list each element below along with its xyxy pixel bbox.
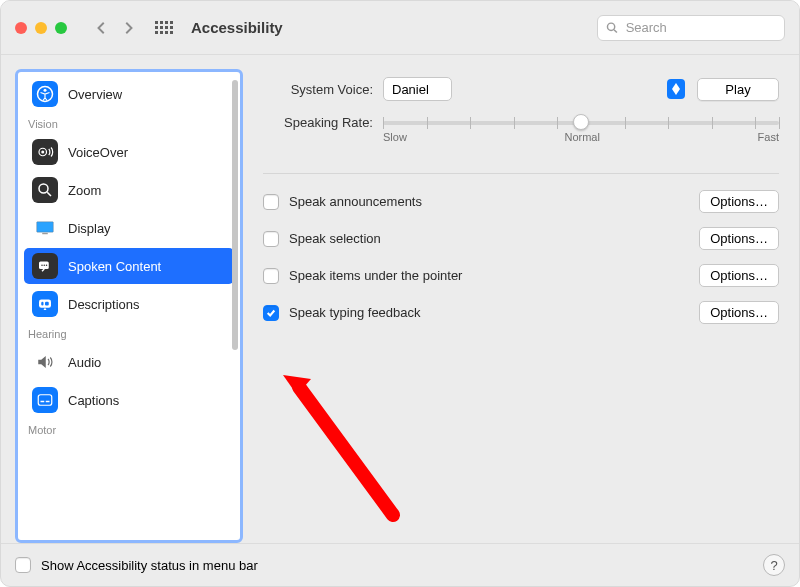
sidebar-section-vision: Vision	[18, 114, 240, 132]
sidebar: Overview Vision VoiceOver Zoom	[18, 74, 240, 538]
window-title: Accessibility	[191, 19, 283, 36]
system-voice-row: System Voice: Daniel Play	[263, 77, 779, 101]
sidebar-section-hearing: Hearing	[18, 324, 240, 342]
display-icon	[32, 215, 58, 241]
svg-marker-22	[283, 375, 311, 395]
speak-pointer-options-button[interactable]: Options…	[699, 264, 779, 287]
sidebar-item-voiceover[interactable]: VoiceOver	[24, 134, 234, 170]
close-window-button[interactable]	[15, 22, 27, 34]
audio-icon	[32, 349, 58, 375]
speak-selection-checkbox[interactable]	[263, 231, 279, 247]
footer: Show Accessibility status in menu bar ?	[1, 543, 799, 586]
descriptions-icon	[32, 291, 58, 317]
system-voice-label: System Voice:	[263, 82, 373, 97]
speaking-rate-label: Speaking Rate:	[263, 115, 373, 130]
zoom-icon	[32, 177, 58, 203]
speak-selection-options-button[interactable]: Options…	[699, 227, 779, 250]
slider-thumb[interactable]	[573, 114, 589, 130]
sidebar-scrollbar[interactable]	[232, 80, 238, 350]
sidebar-item-label: VoiceOver	[68, 145, 128, 160]
play-button[interactable]: Play	[697, 78, 779, 101]
sidebar-item-label: Zoom	[68, 183, 101, 198]
captions-icon	[32, 387, 58, 413]
speak-pointer-label: Speak items under the pointer	[289, 268, 699, 283]
speak-announcements-options-button[interactable]: Options…	[699, 190, 779, 213]
window-body: Overview Vision VoiceOver Zoom	[1, 55, 799, 543]
titlebar: Accessibility	[1, 1, 799, 55]
sidebar-frame: Overview Vision VoiceOver Zoom	[15, 69, 243, 543]
sidebar-item-display[interactable]: Display	[24, 210, 234, 246]
forward-button[interactable]	[115, 15, 141, 41]
svg-point-6	[39, 184, 48, 193]
svg-rect-17	[38, 395, 52, 406]
sidebar-item-label: Captions	[68, 393, 119, 408]
minimize-window-button[interactable]	[35, 22, 47, 34]
svg-rect-16	[45, 302, 49, 306]
accessibility-icon	[32, 81, 58, 107]
system-voice-select[interactable]: Daniel	[383, 77, 452, 101]
svg-marker-21	[672, 89, 680, 95]
speak-selection-row: Speak selection Options…	[263, 227, 779, 250]
back-button[interactable]	[89, 15, 115, 41]
speaking-rate-row: Speaking Rate:	[263, 115, 779, 143]
svg-line-7	[47, 192, 51, 196]
svg-point-12	[44, 265, 46, 267]
show-status-checkbox[interactable]	[15, 557, 31, 573]
speaking-rate-slider[interactable]	[383, 121, 779, 125]
speak-typing-feedback-label: Speak typing feedback	[289, 305, 699, 320]
sidebar-item-label: Display	[68, 221, 111, 236]
svg-rect-15	[41, 302, 43, 306]
checkmark-icon	[266, 308, 276, 318]
svg-line-23	[299, 387, 393, 515]
voiceover-icon	[32, 139, 58, 165]
grid-icon	[155, 21, 173, 34]
sidebar-item-audio[interactable]: Audio	[24, 344, 234, 380]
svg-line-1	[614, 30, 617, 33]
speak-announcements-checkbox[interactable]	[263, 194, 279, 210]
search-icon	[606, 21, 618, 34]
sidebar-item-label: Descriptions	[68, 297, 140, 312]
svg-point-0	[607, 23, 614, 30]
search-input[interactable]	[624, 19, 776, 36]
accessibility-prefpane-window: Accessibility Overview Vision	[0, 0, 800, 587]
content-pane: System Voice: Daniel Play Speaking Rate:	[257, 69, 785, 543]
svg-point-3	[44, 89, 47, 92]
speaking-rate-slider-area: Slow Normal Fast	[383, 115, 779, 143]
spoken-content-icon	[32, 253, 58, 279]
svg-rect-18	[41, 401, 45, 403]
show-all-prefs-button[interactable]	[151, 15, 177, 41]
sidebar-item-label: Overview	[68, 87, 122, 102]
sidebar-item-spoken-content[interactable]: Spoken Content	[24, 248, 234, 284]
annotation-arrow	[273, 365, 403, 525]
search-field[interactable]	[597, 15, 785, 41]
slider-labels: Slow Normal Fast	[383, 131, 779, 143]
sidebar-section-motor: Motor	[18, 420, 240, 438]
speak-pointer-row: Speak items under the pointer Options…	[263, 264, 779, 287]
sidebar-item-descriptions[interactable]: Descriptions	[24, 286, 234, 322]
zoom-window-button[interactable]	[55, 22, 67, 34]
svg-rect-8	[37, 222, 54, 232]
speak-announcements-row: Speak announcements Options…	[263, 190, 779, 213]
help-button[interactable]: ?	[763, 554, 785, 576]
show-status-label: Show Accessibility status in menu bar	[41, 558, 258, 573]
speak-typing-feedback-options-button[interactable]: Options…	[699, 301, 779, 324]
speak-selection-label: Speak selection	[289, 231, 699, 246]
speak-typing-feedback-checkbox[interactable]	[263, 305, 279, 321]
rate-slow-label: Slow	[383, 131, 407, 143]
sidebar-item-captions[interactable]: Captions	[24, 382, 234, 418]
svg-point-5	[41, 151, 44, 154]
system-voice-select-wrap[interactable]: Daniel	[383, 77, 687, 101]
svg-rect-19	[46, 401, 50, 403]
svg-point-13	[46, 265, 48, 267]
svg-point-11	[41, 265, 43, 267]
sidebar-item-label: Spoken Content	[68, 259, 161, 274]
dropdown-stepper-icon	[667, 79, 685, 99]
speak-pointer-checkbox[interactable]	[263, 268, 279, 284]
window-controls	[15, 22, 67, 34]
sidebar-item-zoom[interactable]: Zoom	[24, 172, 234, 208]
sidebar-item-overview[interactable]: Overview	[24, 76, 234, 112]
speak-typing-feedback-row: Speak typing feedback Options…	[263, 301, 779, 324]
rate-fast-label: Fast	[758, 131, 779, 143]
svg-rect-9	[42, 233, 48, 234]
help-icon: ?	[770, 558, 777, 573]
